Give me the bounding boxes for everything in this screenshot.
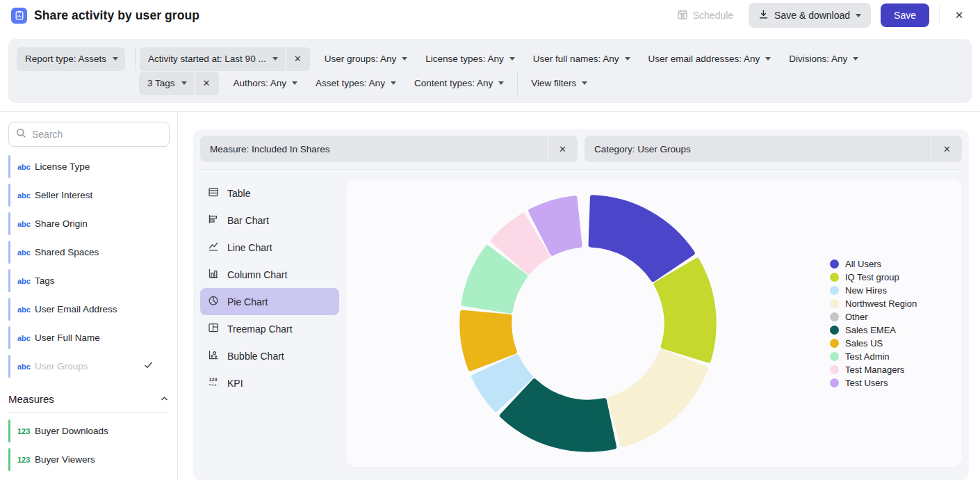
pie-segment-sales-emea[interactable] <box>502 381 614 450</box>
filter-label: License types: Any <box>425 54 504 64</box>
sidebar-item-share-origin[interactable]: abcShare Origin <box>0 209 177 238</box>
filter-asset-types-any[interactable]: Asset types: Any <box>307 78 405 88</box>
check-icon <box>143 360 154 373</box>
sidebar-item-user-email-address[interactable]: abcUser Email Address <box>0 295 177 323</box>
sidebar-item-user-full-name[interactable]: abcUser Full Name <box>0 323 177 352</box>
text-type-icon: abc <box>17 334 33 342</box>
measure-chip[interactable]: Measure: Included In Shares <box>200 136 578 162</box>
sidebar-item-license-type[interactable]: abcLicense Type <box>0 152 177 181</box>
text-type-icon: abc <box>17 220 33 228</box>
filter-label: User email addresses: Any <box>648 54 760 64</box>
header: Share activity by user group Schedule <box>0 0 980 31</box>
chevron-down-icon <box>856 14 861 17</box>
filter-user-groups-any[interactable]: User groups: Any <box>316 54 417 64</box>
filter-divisions-any[interactable]: Divisions: Any <box>780 54 867 64</box>
column-chart-icon <box>207 267 220 282</box>
sidebar-item-buyer-viewers[interactable]: 123Buyer Viewers <box>0 445 177 474</box>
text-type-icon: abc <box>17 191 33 200</box>
legend-item-test-admin[interactable]: Test Admin <box>830 350 949 363</box>
save-download-button[interactable]: Save & download <box>749 3 871 28</box>
text-type-icon: abc <box>17 305 33 314</box>
legend-item-sales-us[interactable]: Sales US <box>830 337 949 350</box>
divider <box>8 412 170 413</box>
remove-measure-icon[interactable] <box>547 136 578 162</box>
chevron-down-icon <box>625 57 630 61</box>
chart-type-pie-chart[interactable]: Pie Chart <box>200 288 339 315</box>
close-icon[interactable] <box>949 6 969 25</box>
legend-label: Other <box>845 312 868 322</box>
sidebar-item-shared-spaces[interactable]: abcShared Spaces <box>0 238 177 266</box>
save-button[interactable]: Save <box>881 3 929 27</box>
text-type-icon: abc <box>17 362 33 371</box>
filter-row-1: Report type: AssetsActivity started at: … <box>17 47 963 71</box>
filter-authors-any[interactable]: Authors: Any <box>224 78 307 88</box>
filter-license-types-any[interactable]: License types: Any <box>416 54 524 64</box>
category-chip[interactable]: Category: User Groups <box>585 136 962 162</box>
chevron-down-icon <box>853 57 858 61</box>
legend-item-new-hires[interactable]: New Hires <box>830 284 949 297</box>
sidebar-item-user-groups[interactable]: abcUser Groups <box>0 352 177 381</box>
filter-chip-text: 3 Tags <box>147 78 175 88</box>
legend-item-all-users[interactable]: All Users <box>830 257 949 271</box>
filter-user-email-addresses-any[interactable]: User email addresses: Any <box>639 54 781 64</box>
legend-item-test-users[interactable]: Test Users <box>830 376 949 390</box>
calendar-icon <box>677 9 688 22</box>
search-input[interactable] <box>32 129 162 140</box>
remove-filter-icon[interactable] <box>194 72 219 95</box>
legend-label: Test Users <box>845 378 888 388</box>
field-accent-bar <box>8 241 10 264</box>
filter-view-filters[interactable]: View filters <box>522 78 596 88</box>
chevron-down-icon <box>498 81 504 85</box>
filter-chip-label: Report type: Assets <box>17 54 125 64</box>
chart-type-line-chart[interactable]: Line Chart <box>200 234 339 261</box>
field-accent-bar <box>8 448 10 471</box>
chart-type-treemap-chart[interactable]: Treemap Chart <box>200 315 339 342</box>
chart-type-column-chart[interactable]: Column Chart <box>200 261 339 288</box>
field-accent-bar <box>8 269 10 292</box>
svg-text:123: 123 <box>209 376 218 383</box>
chart-type-kpi[interactable]: 123KPI <box>200 369 339 397</box>
chart-legend: All UsersIQ Test groupNew HiresNorthwest… <box>830 257 962 390</box>
chart-type-bubble-chart[interactable]: Bubble Chart <box>200 342 339 369</box>
table-chart-icon <box>207 186 220 200</box>
text-type-icon: abc <box>17 163 33 171</box>
chart-type-label: Table <box>227 188 250 199</box>
filter-chip-report-type-assets[interactable]: Report type: Assets <box>17 47 125 71</box>
legend-item-sales-emea[interactable]: Sales EMEA <box>830 323 949 337</box>
legend-label: New Hires <box>845 285 887 296</box>
filter-chip-activity-started-at-last-90[interactable]: Activity started at: Last 90 ... <box>140 47 310 71</box>
page-title: Share activity by user group <box>34 8 199 23</box>
remove-filter-icon[interactable] <box>285 47 310 71</box>
legend-item-test-managers[interactable]: Test Managers <box>830 363 949 376</box>
sidebar-item-label: User Email Address <box>35 304 117 314</box>
chevron-down-icon <box>402 57 407 61</box>
filter-user-full-names-any[interactable]: User full names: Any <box>524 54 639 64</box>
sidebar-item-seller-interest[interactable]: abcSeller Interest <box>0 181 177 209</box>
chart-type-bar-chart[interactable]: Bar Chart <box>200 207 339 234</box>
schedule-button[interactable]: Schedule <box>671 5 739 26</box>
sidebar-item-buyer-downloads[interactable]: 123Buyer Downloads <box>0 417 177 445</box>
donut-chart <box>452 188 724 459</box>
legend-swatch <box>830 312 839 321</box>
legend-swatch <box>830 365 839 374</box>
chart-type-table[interactable]: Table <box>200 179 339 207</box>
chart-type-label: Line Chart <box>227 242 272 253</box>
pie-segment-northwest-region[interactable] <box>610 352 705 445</box>
legend-label: Test Admin <box>845 351 890 362</box>
chart-type-label: KPI <box>227 378 243 389</box>
chart-type-label: Treemap Chart <box>227 323 293 335</box>
filter-content-types-any[interactable]: Content types: Any <box>405 78 513 88</box>
legend-label: Sales EMEA <box>845 325 896 335</box>
remove-category-icon[interactable] <box>931 136 962 162</box>
pie-segment-iq-test-group[interactable] <box>656 260 714 360</box>
legend-item-northwest-region[interactable]: Northwest Region <box>830 297 949 310</box>
search-box[interactable] <box>8 122 170 147</box>
pie-segment-all-users[interactable] <box>591 198 692 280</box>
filter-chip-3-tags[interactable]: 3 Tags <box>139 72 219 95</box>
measures-header[interactable]: Measures <box>8 393 169 405</box>
legend-item-other[interactable]: Other <box>830 310 949 323</box>
legend-item-iq-test-group[interactable]: IQ Test group <box>830 271 949 284</box>
filter-panel: Report type: AssetsActivity started at: … <box>8 39 972 103</box>
legend-swatch <box>830 259 839 269</box>
sidebar-item-tags[interactable]: abcTags <box>0 266 177 295</box>
